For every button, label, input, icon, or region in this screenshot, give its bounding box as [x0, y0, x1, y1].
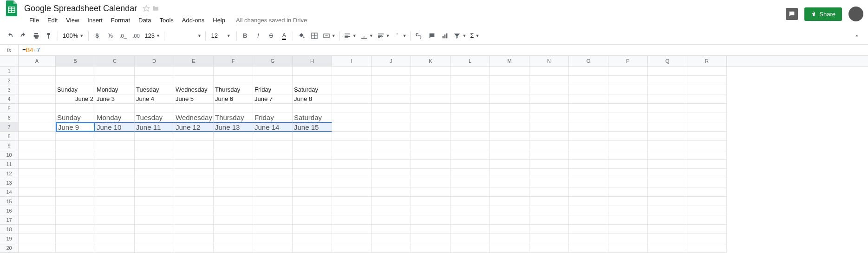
cell-M15[interactable]	[490, 197, 529, 206]
cell-I17[interactable]	[332, 215, 372, 225]
cell-D3[interactable]: Tuesday	[135, 85, 174, 94]
cell-N5[interactable]	[529, 104, 569, 113]
cell-B13[interactable]	[56, 178, 95, 187]
cell-G18[interactable]	[253, 225, 293, 234]
cell-J5[interactable]	[372, 104, 411, 113]
cell-I19[interactable]	[332, 234, 372, 243]
cell-I1[interactable]	[332, 67, 372, 76]
cell-I11[interactable]	[332, 160, 372, 169]
cell-D2[interactable]	[135, 76, 174, 85]
cell-R11[interactable]	[687, 160, 727, 169]
cell-A18[interactable]	[19, 225, 56, 234]
text-color-button[interactable]: A	[278, 30, 290, 42]
cell-I4[interactable]	[332, 94, 372, 104]
cell-I15[interactable]	[332, 197, 372, 206]
cell-J17[interactable]	[372, 215, 411, 225]
cell-B3[interactable]: Sunday	[56, 85, 95, 94]
cell-M9[interactable]	[490, 141, 529, 150]
col-header-G[interactable]: G	[253, 56, 293, 66]
cell-L17[interactable]	[450, 215, 490, 225]
cell-J7[interactable]	[372, 122, 411, 132]
menu-addons[interactable]: Add-ons	[179, 15, 208, 26]
cell-F5[interactable]	[214, 104, 253, 113]
cell-K2[interactable]	[411, 76, 450, 85]
cell-C11[interactable]	[95, 160, 135, 169]
cell-A5[interactable]	[19, 104, 56, 113]
cell-A3[interactable]	[19, 85, 56, 94]
cell-O10[interactable]	[569, 150, 608, 160]
row-header-3[interactable]: 3	[0, 85, 19, 94]
cell-E17[interactable]	[174, 215, 214, 225]
cell-A4[interactable]	[19, 94, 56, 104]
cell-P18[interactable]	[608, 225, 648, 234]
cell-K12[interactable]	[411, 169, 450, 178]
cell-P5[interactable]	[608, 104, 648, 113]
cell-H13[interactable]	[293, 178, 332, 187]
cell-N3[interactable]	[529, 85, 569, 94]
cell-K6[interactable]	[411, 113, 450, 122]
cell-D11[interactable]	[135, 160, 174, 169]
cell-K13[interactable]	[411, 178, 450, 187]
cell-D13[interactable]	[135, 178, 174, 187]
cell-E5[interactable]	[174, 104, 214, 113]
cell-G5[interactable]	[253, 104, 293, 113]
cell-Q20[interactable]	[648, 243, 687, 253]
cell-Q12[interactable]	[648, 169, 687, 178]
cell-J3[interactable]	[372, 85, 411, 94]
cell-H18[interactable]	[293, 225, 332, 234]
col-header-P[interactable]: P	[608, 56, 648, 66]
cell-J15[interactable]	[372, 197, 411, 206]
cell-N13[interactable]	[529, 178, 569, 187]
cell-A16[interactable]	[19, 206, 56, 215]
cell-M18[interactable]	[490, 225, 529, 234]
cell-P11[interactable]	[608, 160, 648, 169]
cell-D12[interactable]	[135, 169, 174, 178]
cell-G6[interactable]: Friday	[253, 113, 293, 122]
cell-M17[interactable]	[490, 215, 529, 225]
col-header-J[interactable]: J	[372, 56, 411, 66]
cell-B5[interactable]	[56, 104, 95, 113]
cell-A2[interactable]	[19, 76, 56, 85]
cell-L11[interactable]	[450, 160, 490, 169]
cell-R15[interactable]	[687, 197, 727, 206]
cell-K5[interactable]	[411, 104, 450, 113]
borders-button[interactable]	[308, 30, 320, 42]
cell-J9[interactable]	[372, 141, 411, 150]
cell-K7[interactable]	[411, 122, 450, 132]
cell-O19[interactable]	[569, 234, 608, 243]
cell-K14[interactable]	[411, 187, 450, 197]
cell-L6[interactable]	[450, 113, 490, 122]
cell-B17[interactable]	[56, 215, 95, 225]
cell-M14[interactable]	[490, 187, 529, 197]
cell-N9[interactable]	[529, 141, 569, 150]
cell-M7[interactable]	[490, 122, 529, 132]
cell-A12[interactable]	[19, 169, 56, 178]
col-header-H[interactable]: H	[293, 56, 332, 66]
cell-I10[interactable]	[332, 150, 372, 160]
cell-P14[interactable]	[608, 187, 648, 197]
text-wrap-button[interactable]: ▼	[375, 31, 392, 40]
cell-P7[interactable]	[608, 122, 648, 132]
menu-tools[interactable]: Tools	[156, 15, 176, 26]
undo-button[interactable]	[4, 30, 16, 42]
cell-B10[interactable]	[56, 150, 95, 160]
cell-I5[interactable]	[332, 104, 372, 113]
cell-L3[interactable]	[450, 85, 490, 94]
cell-N1[interactable]	[529, 67, 569, 76]
cell-F20[interactable]	[214, 243, 253, 253]
cell-K16[interactable]	[411, 206, 450, 215]
row-header-1[interactable]: 1	[0, 67, 19, 76]
cell-O17[interactable]	[569, 215, 608, 225]
cell-O7[interactable]	[569, 122, 608, 132]
cell-C10[interactable]	[95, 150, 135, 160]
cell-L1[interactable]	[450, 67, 490, 76]
row-header-10[interactable]: 10	[0, 150, 19, 160]
row-header-4[interactable]: 4	[0, 94, 19, 104]
cell-I18[interactable]	[332, 225, 372, 234]
cell-B14[interactable]	[56, 187, 95, 197]
zoom-dropdown[interactable]: 100%▼	[60, 31, 86, 40]
cell-I20[interactable]	[332, 243, 372, 253]
cell-H3[interactable]: Saturday	[293, 85, 332, 94]
cell-P9[interactable]	[608, 141, 648, 150]
col-header-C[interactable]: C	[95, 56, 135, 66]
